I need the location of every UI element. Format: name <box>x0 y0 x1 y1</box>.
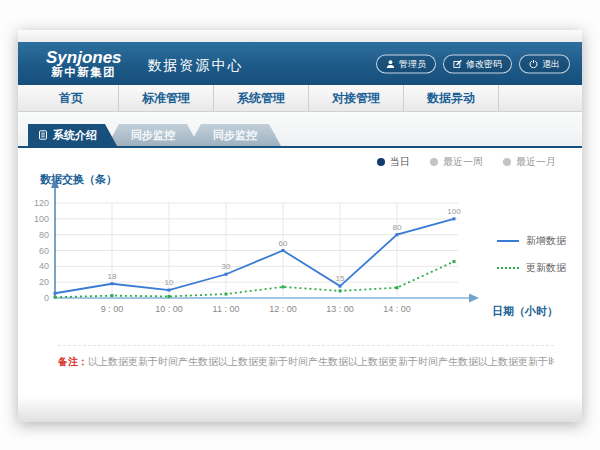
legend-item-updated-data[interactable]: 更新数据 <box>497 261 566 275</box>
edit-icon <box>453 59 462 68</box>
tab-sync-monitor-1-label: 同步监控 <box>131 128 175 143</box>
main-nav: 首页 标准管理 系统管理 对接管理 数据异动 <box>18 85 582 112</box>
tab-divider <box>18 146 582 148</box>
svg-text:12 : 00: 12 : 00 <box>269 304 297 314</box>
svg-text:100: 100 <box>447 207 461 216</box>
svg-text:10 : 00: 10 : 00 <box>155 304 183 314</box>
range-options: 当日 最近一周 最近一月 <box>377 155 556 169</box>
tab-bar: 系统介绍 同步监控 同步监控 <box>18 112 582 146</box>
brand-logo: Synjones 新中新集团 <box>46 49 122 79</box>
user-icon <box>386 59 395 68</box>
change-password-label: 修改密码 <box>466 57 502 70</box>
nav-item-system-mgmt[interactable]: 系统管理 <box>214 85 309 111</box>
svg-text:18: 18 <box>108 272 117 281</box>
legend-item-new-data[interactable]: 新增数据 <box>497 234 566 248</box>
chart-legend: 新增数据 更新数据 <box>497 234 566 288</box>
legend-updated-data-label: 更新数据 <box>526 261 566 275</box>
radio-unselected-icon <box>503 158 511 166</box>
app-title: 数据资源中心 <box>148 57 244 75</box>
svg-text:120: 120 <box>34 198 49 208</box>
range-option-last-month-label: 最近一月 <box>516 155 556 169</box>
legend-new-data-label: 新增数据 <box>526 234 566 248</box>
svg-text:15: 15 <box>336 274 345 283</box>
svg-text:0: 0 <box>44 293 49 303</box>
svg-text:80: 80 <box>39 230 49 240</box>
svg-text:60: 60 <box>39 246 49 256</box>
svg-text:13 : 00: 13 : 00 <box>326 304 354 314</box>
footnote-label: 备注： <box>58 356 88 367</box>
range-option-last-week-label: 最近一周 <box>443 155 483 169</box>
tab-sync-monitor-1[interactable]: 同步监控 <box>107 124 199 146</box>
svg-text:14 : 00: 14 : 00 <box>383 304 411 314</box>
document-icon <box>38 130 48 140</box>
nav-item-data-change[interactable]: 数据异动 <box>404 85 499 111</box>
svg-text:9 : 00: 9 : 00 <box>101 304 124 314</box>
app-header: Synjones 新中新集团 数据资源中心 管理员 修改密码 退出 <box>18 42 582 85</box>
blue-solid-line-swatch <box>497 240 519 242</box>
logout-button[interactable]: 退出 <box>519 54 570 73</box>
line-chart: 0204060801001209 : 0010 : 0011 : 0012 : … <box>26 178 496 338</box>
svg-text:20: 20 <box>39 277 49 287</box>
change-password-button[interactable]: 修改密码 <box>443 54 512 73</box>
tab-sync-monitor-2-label: 同步监控 <box>213 128 257 143</box>
brand-logo-text: Synjones <box>46 49 122 67</box>
content-panel: 系统介绍 同步监控 同步监控 当日 最近一周 最近一月 数据 <box>18 112 582 422</box>
logout-label: 退出 <box>542 57 560 70</box>
svg-text:30: 30 <box>222 262 231 271</box>
range-option-today-label: 当日 <box>390 155 410 169</box>
power-icon <box>529 59 538 68</box>
admin-user-label: 管理员 <box>399 57 426 70</box>
footnote-text: 以上数据更新于时间产生数据以上数据更新于时间产生数据以上数据更新于时间产生数据以… <box>88 356 554 367</box>
range-option-last-month[interactable]: 最近一月 <box>503 155 556 169</box>
x-axis-title: 日期（小时） <box>492 304 558 319</box>
green-dotted-line-swatch <box>497 267 519 269</box>
page-bottom-fade <box>18 396 582 422</box>
nav-item-integration-mgmt[interactable]: 对接管理 <box>309 85 404 111</box>
top-strip <box>18 30 582 42</box>
brand-logo-subtext: 新中新集团 <box>46 66 122 78</box>
radio-selected-icon <box>377 158 385 166</box>
svg-text:40: 40 <box>39 261 49 271</box>
svg-text:60: 60 <box>279 239 288 248</box>
range-option-last-week[interactable]: 最近一周 <box>430 155 483 169</box>
page: Synjones 新中新集团 数据资源中心 管理员 修改密码 退出 <box>18 30 582 422</box>
svg-text:100: 100 <box>34 214 49 224</box>
svg-text:11 : 00: 11 : 00 <box>213 304 240 314</box>
user-actions: 管理员 修改密码 退出 <box>376 54 570 73</box>
svg-text:10: 10 <box>165 278 174 287</box>
range-option-today[interactable]: 当日 <box>377 155 410 169</box>
tab-system-intro[interactable]: 系统介绍 <box>28 124 117 146</box>
radio-unselected-icon <box>430 158 438 166</box>
svg-text:80: 80 <box>393 223 402 232</box>
nav-item-home[interactable]: 首页 <box>24 85 119 111</box>
footnote: 备注：以上数据更新于时间产生数据以上数据更新于时间产生数据以上数据更新于时间产生… <box>58 345 554 369</box>
tab-system-intro-label: 系统介绍 <box>53 128 97 143</box>
admin-user-button[interactable]: 管理员 <box>376 54 436 73</box>
tab-sync-monitor-2[interactable]: 同步监控 <box>189 124 281 146</box>
nav-item-standard-mgmt[interactable]: 标准管理 <box>119 85 214 111</box>
